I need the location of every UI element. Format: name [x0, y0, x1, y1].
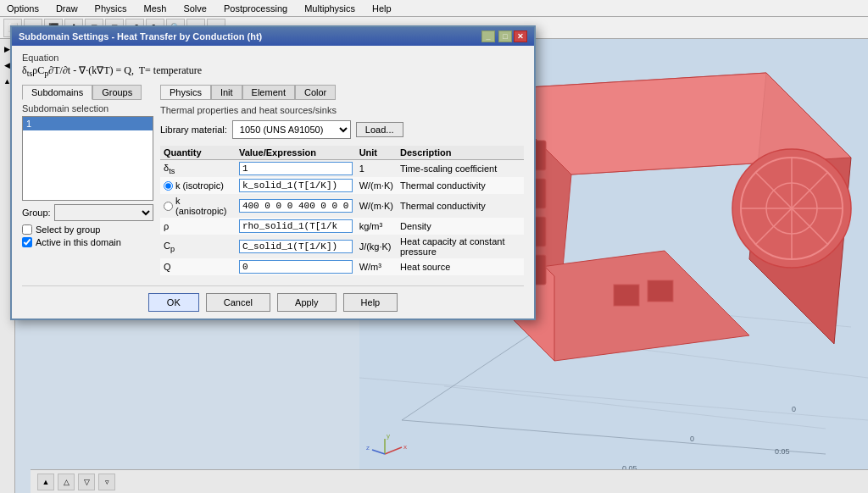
subdomain-list[interactable]: 1 [22, 116, 153, 201]
dialog-close-button[interactable]: ✕ [514, 30, 527, 42]
bottom-toolbar: ▲ △ ▽ ▿ [31, 469, 868, 493]
physics-tab-element[interactable]: Element [242, 85, 295, 100]
desc-rho: Density [397, 218, 524, 235]
table-row: k (isotropic) W/(m·K) Thermal conductivi… [160, 177, 524, 194]
active-in-domain-label[interactable]: Active in this domain [36, 237, 121, 247]
quantity-cp: Cp [160, 235, 236, 258]
physics-tab-init[interactable]: Init [211, 85, 242, 100]
value-delta-ts[interactable] [236, 160, 356, 178]
ok-button[interactable]: OK [148, 293, 199, 312]
value-q[interactable] [236, 258, 356, 275]
unit-cp: J/(kg·K) [356, 235, 397, 258]
right-panel: Physics Init Element Color Thermal prope… [160, 85, 524, 275]
menu-physics[interactable]: Physics [92, 3, 131, 14]
dialog-title: Subdomain Settings - Heat Transfer by Co… [19, 31, 262, 42]
value-k-aniso[interactable] [236, 194, 356, 218]
panel-tabs: Subdomains Groups [22, 85, 153, 100]
value-cp[interactable] [236, 235, 356, 258]
menubar: Options Draw Physics Mesh Solve Postproc… [0, 0, 868, 17]
quantity-q: Q [160, 258, 236, 275]
cancel-button[interactable]: Cancel [206, 293, 270, 312]
active-in-domain-row: Active in this domain [22, 237, 153, 247]
physics-tab-physics[interactable]: Physics [160, 85, 211, 100]
dialog-maximize-button[interactable]: □ [498, 30, 512, 42]
select-by-group-label[interactable]: Select by group [36, 224, 100, 235]
select-by-group-checkbox[interactable] [22, 224, 32, 235]
desc-k-aniso: Thermal conductivity [397, 194, 524, 218]
left-panel: Subdomains Groups Subdomain selection 1 … [22, 85, 153, 275]
tab-subdomains[interactable]: Subdomains [22, 85, 92, 100]
quantity-rho: ρ [160, 218, 236, 235]
unit-q: W/m³ [356, 258, 397, 275]
menu-help[interactable]: Help [369, 3, 395, 14]
help-button[interactable]: Help [343, 293, 398, 312]
svg-rect-23 [648, 280, 673, 302]
subdomain-item-1[interactable]: 1 [23, 117, 153, 130]
svg-text:x: x [403, 443, 407, 451]
value-k-iso[interactable] [236, 177, 356, 194]
svg-text:z: z [366, 444, 370, 451]
k-aniso-radio[interactable] [164, 202, 173, 211]
k-iso-radio[interactable] [164, 181, 173, 191]
table-row: k (anisotropic) W/(m·K) Thermal conducti… [160, 194, 524, 218]
k-iso-radio-label[interactable]: k (isotropic) [164, 180, 232, 191]
svg-text:0: 0 [792, 405, 796, 413]
title-buttons: _ □ ✕ [480, 30, 527, 42]
thermal-properties-title: Thermal properties and heat sources/sink… [160, 105, 524, 115]
unit-k-aniso: W/(m·K) [356, 194, 397, 218]
input-k-aniso[interactable] [239, 199, 353, 213]
k-aniso-radio-label[interactable]: k (anisotropic) [164, 196, 232, 216]
input-q[interactable] [239, 260, 353, 274]
group-row: Group: [22, 204, 153, 221]
apply-button[interactable]: Apply [277, 293, 337, 312]
menu-options[interactable]: Options [3, 3, 42, 14]
bottom-icon-triangle-down[interactable]: ▽ [78, 474, 95, 490]
select-by-group-row: Select by group [22, 224, 153, 235]
input-cp[interactable] [239, 240, 353, 253]
quantity-k-aniso: k (anisotropic) [160, 194, 236, 218]
subdomain-selection-label: Subdomain selection [22, 103, 153, 114]
bottom-icon-triangle-outline-down[interactable]: ▿ [98, 474, 115, 490]
properties-table: Quantity Value/Expression Unit Descripti… [160, 146, 524, 275]
tab-groups[interactable]: Groups [92, 85, 142, 100]
dialog-body: Equation δtsρCp∂T/∂t - ∇·(k∇T) = Q, T= t… [12, 46, 534, 319]
col-description: Description [397, 146, 524, 160]
group-dropdown[interactable] [54, 204, 153, 221]
equation-section: Equation δtsρCp∂T/∂t - ∇·(k∇T) = Q, T= t… [22, 53, 524, 78]
library-material-select[interactable]: 1050 (UNS A91050) [232, 120, 351, 139]
load-button[interactable]: Load... [356, 122, 403, 137]
desc-cp: Heat capacity at constant pressure [397, 235, 524, 258]
unit-rho: kg/m³ [356, 218, 397, 235]
input-k-iso[interactable] [239, 179, 353, 192]
active-in-domain-checkbox[interactable] [22, 237, 32, 247]
svg-text:0.05: 0.05 [775, 447, 790, 456]
input-rho[interactable] [239, 219, 353, 233]
svg-rect-22 [614, 285, 639, 306]
table-row: Q W/m³ Heat source [160, 258, 524, 275]
group-label: Group: [22, 208, 51, 218]
bottom-icon-triangle-up[interactable]: ▲ [37, 474, 54, 490]
col-unit: Unit [356, 146, 397, 160]
quantity-delta-ts: δts [160, 160, 236, 178]
quantity-k-iso: k (isotropic) [160, 177, 236, 194]
svg-text:y: y [387, 432, 390, 440]
desc-q: Heat source [397, 258, 524, 275]
menu-postprocessing[interactable]: Postprocessing [220, 3, 291, 14]
input-delta-ts[interactable] [239, 162, 353, 175]
desc-k-iso: Thermal conductivity [397, 177, 524, 194]
physics-tabs: Physics Init Element Color [160, 85, 524, 100]
value-rho[interactable] [236, 218, 356, 235]
equation-label: Equation [22, 53, 524, 63]
bottom-icon-triangle-outline-up[interactable]: △ [58, 474, 75, 490]
unit-delta-ts: 1 [356, 160, 397, 178]
table-row: ρ kg/m³ Density [160, 218, 524, 235]
two-column-layout: Subdomains Groups Subdomain selection 1 … [22, 85, 524, 275]
subdomain-settings-dialog: Subdomain Settings - Heat Transfer by Co… [10, 25, 536, 320]
menu-multiphysics[interactable]: Multiphysics [301, 3, 359, 14]
dialog-minimize-button[interactable]: _ [481, 30, 495, 42]
menu-draw[interactable]: Draw [53, 3, 81, 14]
menu-solve[interactable]: Solve [180, 3, 210, 14]
physics-tab-color[interactable]: Color [295, 85, 336, 100]
menu-mesh[interactable]: Mesh [141, 3, 170, 14]
table-row: δts 1 Time-scaling coefficient [160, 160, 524, 178]
